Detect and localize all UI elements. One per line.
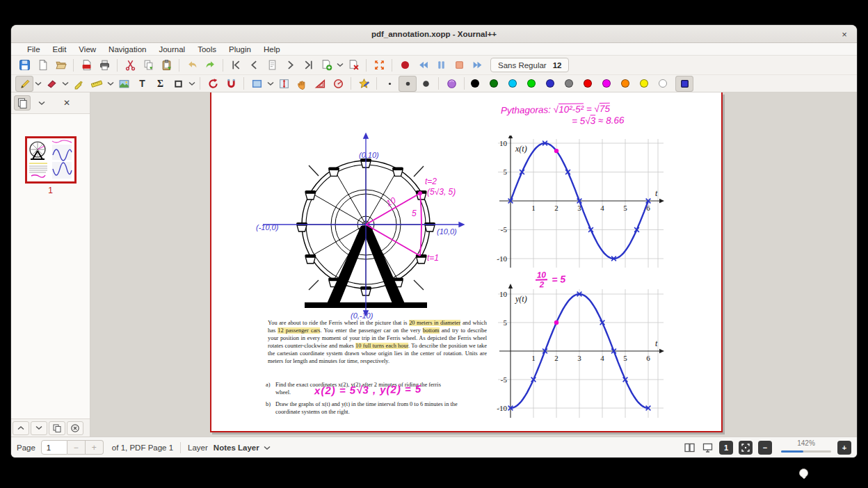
undo-button[interactable]: [183, 57, 201, 73]
cut-button[interactable]: [121, 57, 139, 73]
vertical-space-button[interactable]: [275, 76, 293, 92]
page-thumbnail[interactable]: [25, 136, 77, 184]
page-number-input[interactable]: [41, 440, 67, 455]
last-page-button[interactable]: [299, 57, 317, 73]
thumb-up-button[interactable]: [13, 421, 29, 435]
close-preview-button[interactable]: [67, 421, 83, 435]
sidebar-close-button[interactable]: ✕: [58, 95, 75, 111]
menu-navigation[interactable]: Navigation: [102, 45, 152, 54]
page-minus-button[interactable]: −: [67, 440, 86, 455]
add-page-button[interactable]: [317, 57, 335, 73]
color-swatch-2[interactable]: [508, 79, 517, 88]
dual-page-icon: [684, 442, 696, 453]
menu-plugin[interactable]: Plugin: [223, 45, 257, 54]
eraser-options-dropdown[interactable]: [61, 76, 70, 92]
add-page-dropdown[interactable]: [335, 57, 344, 73]
paste-button[interactable]: [157, 57, 175, 73]
pen-options-dropdown[interactable]: [33, 76, 42, 92]
svg-text:6: 6: [646, 354, 650, 362]
pause-button[interactable]: [432, 57, 450, 73]
color-chooser-button[interactable]: [675, 76, 693, 92]
thickness-thick-button[interactable]: [417, 76, 435, 92]
print-button[interactable]: [95, 57, 113, 73]
open-file-button[interactable]: [51, 57, 70, 73]
insert-image-button[interactable]: [115, 76, 133, 92]
goto-page-icon: [266, 59, 278, 71]
fill-tool-button[interactable]: [442, 76, 460, 92]
fullscreen-button[interactable]: [370, 57, 388, 73]
menu-edit[interactable]: Edit: [47, 45, 73, 54]
redo-button[interactable]: [201, 57, 219, 73]
color-swatch-9[interactable]: [640, 79, 648, 88]
highlighter-icon: [73, 78, 85, 90]
setsquare-tool-button[interactable]: [311, 76, 329, 92]
thumb-down-button[interactable]: [31, 421, 47, 435]
presentation-mode-button[interactable]: [698, 439, 716, 455]
zoom-slider[interactable]: [781, 447, 831, 455]
record-icon: [399, 59, 411, 71]
color-swatch-5[interactable]: [565, 79, 573, 88]
rotation-snap-button[interactable]: [204, 76, 222, 92]
color-swatch-10[interactable]: [659, 79, 667, 88]
shape-tool-button[interactable]: [169, 76, 187, 92]
preview-pages-button[interactable]: [14, 95, 31, 111]
highlighter-tool-button[interactable]: [70, 76, 88, 92]
shape-options-dropdown[interactable]: [187, 76, 196, 92]
pdf-page[interactable]: Pythagoras: √10²-5² = √75 = 5√3 ≈ 8.66: [210, 92, 723, 432]
stop-button[interactable]: [450, 57, 468, 73]
delete-page-button[interactable]: [344, 57, 362, 73]
dual-page-view-button[interactable]: [680, 439, 698, 455]
rewind-button[interactable]: [414, 57, 432, 73]
color-swatch-3[interactable]: [527, 79, 536, 88]
font-selector-button[interactable]: Sans Regular 12: [490, 58, 569, 72]
sidebar-dropdown[interactable]: [33, 95, 50, 111]
color-swatch-7[interactable]: [602, 79, 611, 88]
menu-journal[interactable]: Journal: [152, 45, 191, 54]
color-swatch-4[interactable]: [546, 79, 554, 88]
layer-dropdown[interactable]: [264, 444, 271, 452]
eraser-tool-button[interactable]: [42, 76, 61, 92]
zoom-fit-button[interactable]: [739, 441, 753, 455]
math-tex-button[interactable]: Σ: [151, 76, 169, 92]
color-swatch-1[interactable]: [490, 79, 498, 88]
grid-snap-button[interactable]: [222, 76, 240, 92]
zoom-out-button[interactable]: −: [758, 441, 772, 455]
menu-tools[interactable]: Tools: [191, 45, 223, 54]
next-page-button[interactable]: [281, 57, 299, 73]
previous-page-button[interactable]: [245, 57, 263, 73]
color-swatch-0[interactable]: [471, 79, 479, 88]
menu-help[interactable]: Help: [257, 45, 287, 54]
ruler-tool-button[interactable]: [88, 76, 106, 92]
fast-forward-button[interactable]: [468, 57, 486, 73]
close-window-button[interactable]: ×: [837, 27, 851, 41]
export-pdf-button[interactable]: [77, 57, 95, 73]
hand-tool-button[interactable]: [293, 76, 311, 92]
shape-recognizer-button[interactable]: [355, 76, 373, 92]
zoom-in-button[interactable]: +: [837, 441, 851, 455]
select-options-dropdown[interactable]: [266, 76, 275, 92]
pen-tool-button[interactable]: [15, 76, 33, 92]
compass-tool-button[interactable]: [329, 76, 347, 92]
menu-view[interactable]: View: [72, 45, 102, 54]
fast-forward-icon: [472, 59, 483, 71]
text-tool-button[interactable]: T: [133, 76, 151, 92]
goto-page-button[interactable]: [263, 57, 281, 73]
save-button[interactable]: [15, 57, 33, 73]
zoom-100-button[interactable]: 1: [719, 441, 733, 455]
first-page-button[interactable]: [227, 57, 245, 73]
thickness-medium-button[interactable]: [399, 76, 417, 92]
new-file-button[interactable]: [33, 57, 51, 73]
layer-value[interactable]: Notes Layer: [214, 444, 259, 452]
record-button[interactable]: [396, 57, 414, 73]
copy-button[interactable]: [139, 57, 157, 73]
color-swatch-8[interactable]: [621, 79, 629, 88]
thickness-fine-button[interactable]: [380, 76, 399, 92]
color-swatch-6[interactable]: [584, 79, 592, 88]
svg-text:Σ: Σ: [156, 79, 163, 89]
select-rect-button[interactable]: [248, 76, 266, 92]
menu-file[interactable]: File: [21, 45, 47, 54]
copy-page-button[interactable]: [49, 421, 65, 435]
zoom-slider-thumb[interactable]: [799, 469, 808, 478]
ruler-options-dropdown[interactable]: [106, 76, 115, 92]
page-plus-button[interactable]: +: [86, 440, 104, 455]
